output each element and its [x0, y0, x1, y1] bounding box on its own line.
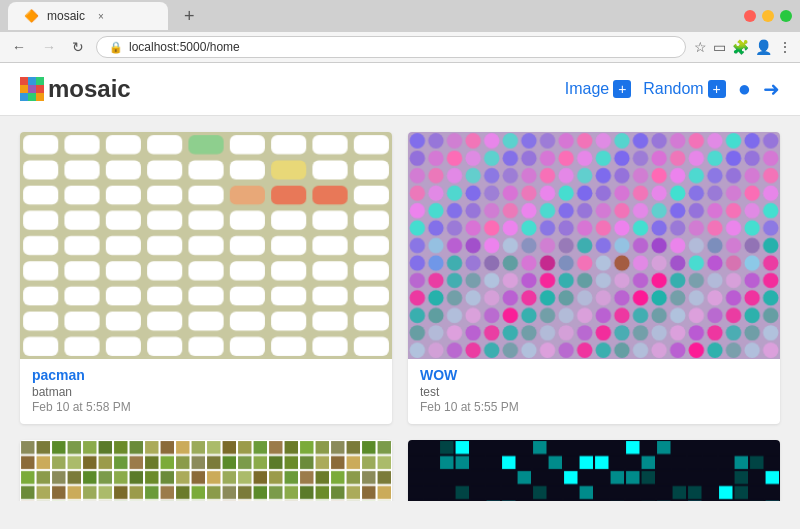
window-maximize-button[interactable] — [780, 10, 792, 22]
mosaic-title-wow[interactable]: WOW — [420, 367, 768, 383]
image-button[interactable]: Image + — [565, 80, 631, 98]
svg-rect-7 — [28, 93, 36, 101]
user-profile-button[interactable]: ● — [738, 76, 751, 102]
mosaic-author-wow: test — [420, 385, 768, 399]
mosaic-canvas-wow — [408, 132, 780, 359]
svg-rect-0 — [20, 77, 28, 85]
header-actions: Image + Random + ● ➜ — [565, 76, 780, 102]
close-tab-button[interactable]: × — [93, 8, 109, 24]
mosaic-card-pacman[interactable]: pacman batman Feb 10 at 5:58 PM — [20, 132, 392, 424]
logo-text: mosaic — [48, 75, 131, 103]
mosaic-date-pacman: Feb 10 at 5:58 PM — [32, 400, 380, 414]
mosaic-date-wow: Feb 10 at 5:55 PM — [420, 400, 768, 414]
app-header: mosaic Image + Random + ● ➜ — [0, 63, 800, 116]
star-button[interactable]: ☆ — [694, 39, 707, 55]
mosaic-canvas-green — [20, 440, 392, 501]
tab-favicon: 🔶 — [24, 9, 39, 23]
mosaic-card-dark[interactable] — [408, 440, 780, 501]
logo-icon — [20, 77, 44, 101]
svg-rect-1 — [28, 77, 36, 85]
url-text: localhost:5000/home — [129, 40, 240, 54]
svg-rect-6 — [20, 93, 28, 101]
app-logo[interactable]: mosaic — [20, 75, 131, 103]
svg-rect-3 — [20, 85, 28, 93]
back-button[interactable]: ← — [8, 37, 30, 57]
mosaic-author-pacman: batman — [32, 385, 380, 399]
reload-button[interactable]: ↻ — [68, 37, 88, 57]
window-minimize-button[interactable] — [762, 10, 774, 22]
cast-button[interactable]: ▭ — [713, 39, 726, 55]
image-plus-icon: + — [613, 80, 631, 98]
mosaic-info-pacman: pacman batman Feb 10 at 5:58 PM — [20, 359, 392, 424]
mosaic-card-wow[interactable]: WOW test Feb 10 at 5:55 PM — [408, 132, 780, 424]
mosaic-canvas-dark — [408, 440, 780, 501]
main-content: pacman batman Feb 10 at 5:58 PM WOW test… — [0, 116, 800, 501]
image-label: Image — [565, 80, 609, 98]
random-label: Random — [643, 80, 703, 98]
svg-rect-8 — [36, 93, 44, 101]
address-bar[interactable]: 🔒 localhost:5000/home — [96, 36, 686, 58]
svg-rect-4 — [28, 85, 36, 93]
forward-button[interactable]: → — [38, 37, 60, 57]
mosaic-card-green[interactable] — [20, 440, 392, 501]
address-bar-row: ← → ↻ 🔒 localhost:5000/home ☆ ▭ 🧩 👤 ⋮ — [0, 32, 800, 63]
random-plus-icon: + — [708, 80, 726, 98]
window-controls — [744, 10, 792, 22]
tab-title: mosaic — [47, 9, 85, 23]
active-tab[interactable]: 🔶 mosaic × — [8, 2, 168, 30]
new-tab-button[interactable]: + — [176, 2, 203, 31]
mosaic-grid: pacman batman Feb 10 at 5:58 PM WOW test… — [20, 132, 780, 501]
toolbar-icons: ☆ ▭ 🧩 👤 ⋮ — [694, 39, 792, 55]
random-button[interactable]: Random + — [643, 80, 725, 98]
mosaic-canvas-pacman — [20, 132, 392, 359]
extensions-button[interactable]: 🧩 — [732, 39, 749, 55]
svg-rect-5 — [36, 85, 44, 93]
mosaic-title-pacman[interactable]: pacman — [32, 367, 380, 383]
mosaic-info-wow: WOW test Feb 10 at 5:55 PM — [408, 359, 780, 424]
title-bar: 🔶 mosaic × + — [0, 0, 800, 32]
menu-button[interactable]: ⋮ — [778, 39, 792, 55]
browser-chrome: 🔶 mosaic × + ← → ↻ 🔒 localhost:5000/home… — [0, 0, 800, 63]
logout-button[interactable]: ➜ — [763, 77, 780, 101]
profile-button[interactable]: 👤 — [755, 39, 772, 55]
svg-rect-2 — [36, 77, 44, 85]
window-close-button[interactable] — [744, 10, 756, 22]
